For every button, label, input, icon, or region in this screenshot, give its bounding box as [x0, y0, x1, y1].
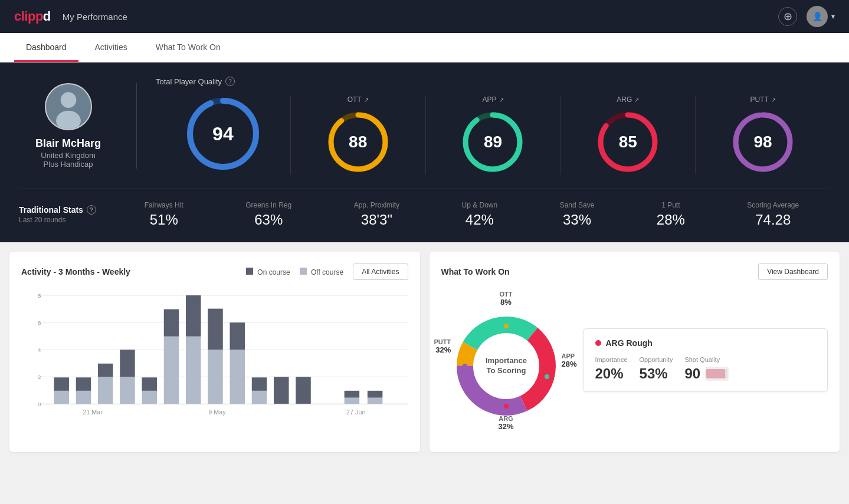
chart-header: Activity - 3 Months - Weekly On course O…	[21, 263, 408, 280]
svg-rect-38	[208, 309, 222, 350]
info-card-title: ARG Rough	[595, 338, 816, 348]
app-circle: 89	[460, 110, 525, 174]
add-button[interactable]: ⊕	[778, 7, 797, 26]
stat-proximity-value: 38'3"	[354, 212, 399, 228]
svg-rect-41	[252, 391, 267, 404]
svg-rect-43	[274, 377, 289, 404]
svg-rect-46	[345, 391, 359, 398]
tab-dashboard[interactable]: Dashboard	[14, 33, 78, 62]
svg-rect-35	[186, 337, 201, 404]
info-card: ARG Rough Importance 20% Opportunity 53%…	[583, 328, 828, 392]
wtwo-content: Importance To Scoring OTT 8% APP 28%	[441, 289, 828, 431]
quality-box: 90	[684, 365, 729, 382]
svg-rect-31	[142, 391, 156, 404]
ott-arrow: ↗	[364, 97, 369, 103]
svg-rect-27	[98, 377, 113, 404]
ott-donut-label: OTT 8%	[500, 291, 513, 307]
svg-rect-29	[120, 377, 135, 404]
putt-circle: 98	[730, 110, 795, 174]
svg-rect-26	[76, 377, 91, 391]
chart-legend: On course Off course	[246, 268, 343, 276]
total-quality-label: Total Player Quality	[156, 77, 222, 86]
svg-text:8: 8	[38, 292, 41, 299]
stat-updown-label: Up & Down	[462, 201, 498, 209]
trad-stats: Fairways Hit 51% Greens In Reg 63% App. …	[113, 201, 830, 228]
putt-donut-label: PUTT 32%	[434, 338, 451, 354]
svg-rect-65	[706, 369, 725, 378]
stat-1putt-label: 1 Putt	[657, 201, 685, 209]
stat-gir: Greens In Reg 63%	[245, 201, 291, 228]
help-icon[interactable]: ?	[225, 77, 235, 86]
arg-value: 85	[619, 133, 637, 151]
arg-arrow: ↗	[634, 97, 639, 103]
tab-what-to-work-on[interactable]: What To Work On	[144, 33, 232, 62]
ott-circle: 88	[326, 110, 391, 174]
trad-sub: Last 20 rounds	[19, 216, 113, 224]
tpq-circle: 94	[185, 95, 261, 172]
svg-text:6: 6	[38, 319, 41, 326]
svg-text:21 Mar: 21 Mar	[83, 409, 103, 416]
stat-gir-label: Greens In Reg	[245, 201, 291, 209]
app-arrow: ↗	[499, 97, 504, 103]
red-dot-icon	[595, 340, 601, 346]
importance-value: 20%	[595, 365, 628, 382]
svg-point-62	[504, 404, 509, 409]
bottom-panels: Activity - 3 Months - Weekly On course O…	[0, 242, 849, 462]
score-app: APP ↗ 89	[426, 95, 561, 174]
svg-rect-36	[186, 295, 201, 337]
svg-rect-40	[230, 322, 245, 350]
wtwo-title: What To Work On	[441, 267, 510, 276]
importance-label: Importance	[595, 356, 628, 363]
hero-section: Blair McHarg United Kingdom Plus Handica…	[0, 62, 849, 242]
shot-quality-label: Shot Quality	[684, 356, 729, 363]
quality-bar	[705, 367, 729, 381]
svg-rect-42	[252, 377, 267, 391]
info-opportunity: Opportunity 53%	[640, 356, 673, 382]
svg-rect-25	[76, 391, 91, 404]
score-putt: PUTT ↗ 98	[696, 95, 830, 174]
trad-label: Traditional Stats ? Last 20 rounds	[19, 205, 113, 224]
hero-top: Blair McHarg United Kingdom Plus Handica…	[19, 77, 830, 189]
info-importance: Importance 20%	[595, 356, 628, 382]
svg-rect-45	[345, 398, 359, 404]
top-nav: clippd My Performance ⊕ 👤 ▾	[0, 0, 849, 33]
ott-value: 88	[349, 133, 367, 151]
stat-fairways: Fairways Hit 51%	[145, 201, 183, 228]
activity-chart-svg: 0 2 4 6 8	[38, 292, 408, 421]
nav-right: ⊕ 👤 ▾	[778, 6, 835, 27]
donut-chart: Importance To Scoring OTT 8% APP 28%	[441, 289, 571, 431]
score-tpq: 94	[156, 95, 291, 174]
wtwo-header: What To Work On View Dashboard	[441, 263, 828, 280]
arg-donut-label: ARG 32%	[498, 415, 513, 431]
score-circles: 94 OTT ↗ 88	[156, 95, 830, 174]
app-value: 89	[484, 133, 502, 151]
stat-proximity: App. Proximity 38'3"	[354, 201, 399, 228]
tab-activities[interactable]: Activities	[83, 33, 139, 62]
all-activities-button[interactable]: All Activities	[353, 263, 408, 280]
svg-point-2	[56, 110, 81, 130]
legend-on-course: On course	[246, 268, 290, 276]
user-menu[interactable]: 👤 ▾	[807, 6, 835, 27]
opportunity-value: 53%	[640, 365, 673, 382]
stat-fairways-label: Fairways Hit	[145, 201, 183, 209]
stat-updown-value: 42%	[462, 212, 498, 228]
view-dashboard-button[interactable]: View Dashboard	[758, 263, 828, 280]
svg-rect-34	[164, 309, 179, 337]
opportunity-label: Opportunity	[640, 356, 673, 363]
app-label: APP ↗	[482, 95, 503, 104]
trad-help-icon[interactable]: ?	[87, 205, 96, 215]
nav-title: My Performance	[63, 12, 127, 22]
svg-text:Importance: Importance	[485, 356, 526, 365]
svg-rect-44	[296, 377, 310, 404]
score-arg: ARG ↗ 85	[560, 95, 696, 174]
shot-quality-value: 90	[684, 365, 700, 382]
svg-text:9 May: 9 May	[208, 409, 226, 416]
info-card-stats: Importance 20% Opportunity 53% Shot Qual…	[595, 356, 816, 382]
stat-1putt-value: 28%	[657, 212, 685, 228]
svg-rect-32	[142, 377, 156, 391]
stat-proximity-label: App. Proximity	[354, 201, 399, 209]
nav-left: clippd My Performance	[14, 9, 127, 24]
putt-arrow: ↗	[771, 97, 776, 103]
chevron-down-icon: ▾	[831, 12, 835, 21]
what-to-work-on-panel: What To Work On View Dashboard	[430, 252, 840, 452]
